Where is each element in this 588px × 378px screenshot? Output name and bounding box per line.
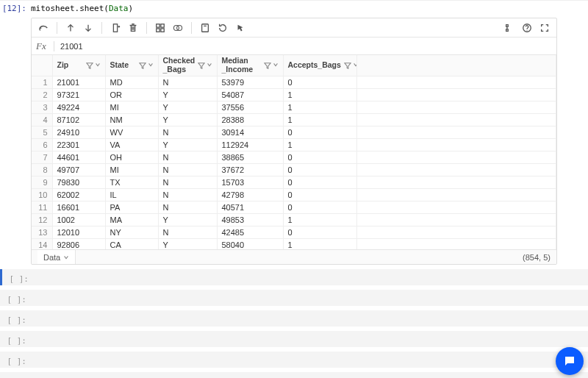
intercom-chat-button[interactable] xyxy=(556,347,584,375)
cell-zip[interactable]: 16601 xyxy=(52,201,105,213)
column-header-accepts-bags[interactable]: Accepts_Bags xyxy=(283,55,356,76)
table-row[interactable]: 622301VAY1129241 xyxy=(32,138,556,151)
arrow-down-icon[interactable] xyxy=(81,21,96,35)
filter-icon[interactable] xyxy=(264,62,271,69)
cell-median-income[interactable]: 15703 xyxy=(217,176,283,188)
table-row[interactable]: 349224MIY375561 xyxy=(32,101,556,113)
table-row[interactable]: 849707MIN376720 xyxy=(32,163,556,176)
table-row[interactable]: 1062002ILN427980 xyxy=(32,188,556,201)
table-row[interactable]: 1312010NYN424850 xyxy=(32,226,556,238)
cell-checked-bags[interactable]: Y xyxy=(158,138,217,151)
cell-zip[interactable]: 1002 xyxy=(52,213,105,226)
table-row[interactable]: 297321ORY540871 xyxy=(32,88,556,101)
cell-zip[interactable]: 21001 xyxy=(52,76,105,88)
cell-checked-bags[interactable]: N xyxy=(158,163,217,176)
cell-accepts-bags[interactable]: 1 xyxy=(283,138,356,151)
empty-code-cell[interactable]: [ ]: xyxy=(0,290,588,306)
filter-icon[interactable] xyxy=(139,62,146,69)
cell-accepts-bags[interactable]: 0 xyxy=(283,188,356,201)
row-number[interactable]: 2 xyxy=(32,88,52,101)
corner-cell[interactable] xyxy=(32,55,52,76)
cell-median-income[interactable]: 53979 xyxy=(217,76,283,88)
cell-zip[interactable]: 92806 xyxy=(52,238,105,249)
empty-code-cell[interactable]: [ ]: xyxy=(0,372,588,378)
cell-checked-bags[interactable]: N xyxy=(158,226,217,238)
cell-zip[interactable]: 79830 xyxy=(52,176,105,188)
cell-zip[interactable]: 22301 xyxy=(52,138,105,151)
merge-icon[interactable] xyxy=(171,21,185,35)
cell-checked-bags[interactable]: N xyxy=(158,201,217,213)
cell-state[interactable]: PA xyxy=(105,201,158,213)
cell-checked-bags[interactable]: N xyxy=(158,76,217,88)
cell-median-income[interactable]: 40571 xyxy=(217,201,283,213)
cell-accepts-bags[interactable]: 0 xyxy=(283,201,356,213)
cell-state[interactable]: WV xyxy=(105,126,158,138)
table-row[interactable]: 979830TXN157030 xyxy=(32,176,556,188)
cell-zip[interactable]: 24910 xyxy=(52,126,105,138)
dropdown-icon[interactable] xyxy=(63,254,69,260)
cell-accepts-bags[interactable]: 1 xyxy=(283,88,356,101)
column-header-zip[interactable]: Zip xyxy=(52,55,105,76)
cell-zip[interactable]: 97321 xyxy=(52,88,105,101)
cell-checked-bags[interactable]: Y xyxy=(158,101,217,113)
cell-median-income[interactable]: 42485 xyxy=(217,226,283,238)
cell-accepts-bags[interactable]: 0 xyxy=(283,126,356,138)
cell-state[interactable]: OH xyxy=(105,151,158,163)
cell-median-income[interactable]: 112924 xyxy=(217,138,283,151)
cell-accepts-bags[interactable]: 1 xyxy=(283,101,356,113)
cell-checked-bags[interactable]: N xyxy=(158,151,217,163)
cell-accepts-bags[interactable]: 1 xyxy=(283,113,356,126)
cell-median-income[interactable]: 54087 xyxy=(217,88,283,101)
table-row[interactable]: 1492806CAY580401 xyxy=(32,238,556,249)
row-number[interactable]: 9 xyxy=(32,176,52,188)
cell-checked-bags[interactable]: N xyxy=(158,126,217,138)
empty-code-cell[interactable]: [ ]: xyxy=(0,269,588,285)
table-row[interactable]: 524910WVN309140 xyxy=(32,126,556,138)
row-number[interactable]: 10 xyxy=(32,188,52,201)
cell-accepts-bags[interactable]: 0 xyxy=(283,76,356,88)
dropdown-icon[interactable] xyxy=(95,62,101,68)
cell-zip[interactable]: 87102 xyxy=(52,113,105,126)
filter-icon[interactable] xyxy=(86,62,93,69)
table-row[interactable]: 1116601PAN405710 xyxy=(32,201,556,213)
cell-state[interactable]: NM xyxy=(105,113,158,126)
row-number[interactable]: 8 xyxy=(32,163,52,176)
column-header-checked-bags[interactable]: Checked _Bags xyxy=(158,55,217,76)
table-row[interactable]: 121002MAY498531 xyxy=(32,213,556,226)
cell-checked-bags[interactable]: Y xyxy=(158,113,217,126)
cell-accepts-bags[interactable]: 0 xyxy=(283,151,356,163)
row-number[interactable]: 1 xyxy=(32,76,52,88)
table-row[interactable]: 487102NMY283881 xyxy=(32,113,556,126)
cell-median-income[interactable]: 37672 xyxy=(217,163,283,176)
cell-zip[interactable]: 12010 xyxy=(52,226,105,238)
cell-state[interactable]: MA xyxy=(105,213,158,226)
cell-median-income[interactable]: 37556 xyxy=(217,101,283,113)
table-row[interactable]: 121001MDN539790 xyxy=(32,76,556,88)
dropdown-icon[interactable] xyxy=(207,62,212,68)
row-number[interactable]: 4 xyxy=(32,113,52,126)
cell-accepts-bags[interactable]: 1 xyxy=(283,238,356,249)
filter-icon[interactable] xyxy=(198,62,205,69)
cell-accepts-bags[interactable]: 0 xyxy=(283,226,356,238)
cell-state[interactable]: MI xyxy=(105,163,158,176)
undo-icon[interactable] xyxy=(36,21,51,35)
cell-state[interactable]: TX xyxy=(105,176,158,188)
cursor-icon[interactable] xyxy=(233,21,248,35)
cell-zip[interactable]: 62002 xyxy=(52,188,105,201)
save-icon[interactable] xyxy=(198,21,212,35)
arrow-up-icon[interactable] xyxy=(63,21,78,35)
row-number[interactable]: 7 xyxy=(32,151,52,163)
cell-accepts-bags[interactable]: 0 xyxy=(283,176,356,188)
code-editor[interactable]: mitosheet.sheet(Data) xyxy=(31,1,588,16)
empty-code-cell[interactable]: [ ]: xyxy=(0,331,588,347)
replay-icon[interactable] xyxy=(215,21,230,35)
fullscreen-icon[interactable] xyxy=(537,21,552,35)
row-number[interactable]: 14 xyxy=(32,238,52,249)
help-icon[interactable] xyxy=(520,21,534,35)
data-grid[interactable]: Zip State Checked _Bags Median _Income A… xyxy=(32,55,556,249)
cell-median-income[interactable]: 42798 xyxy=(217,188,283,201)
cell-checked-bags[interactable]: Y xyxy=(158,88,217,101)
cell-state[interactable]: MI xyxy=(105,101,158,113)
cell-checked-bags[interactable]: Y xyxy=(158,238,217,249)
delete-icon[interactable] xyxy=(126,21,140,35)
